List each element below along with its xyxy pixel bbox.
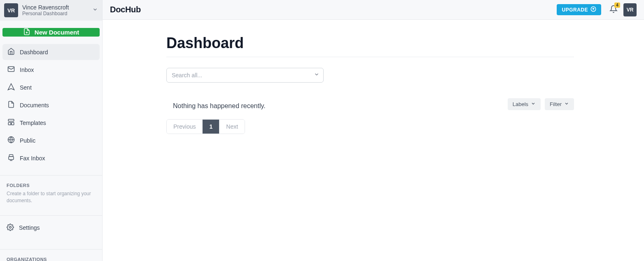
svg-point-11 bbox=[9, 226, 12, 229]
settings-section: Settings bbox=[0, 215, 102, 242]
sidebar-item-label: Inbox bbox=[20, 67, 34, 73]
svg-rect-9 bbox=[9, 157, 14, 160]
notifications-button[interactable]: 4 bbox=[609, 5, 618, 15]
chevron-down-icon bbox=[92, 7, 98, 14]
avatar: VR bbox=[4, 3, 18, 17]
sidebar-item-label: Public bbox=[20, 137, 35, 144]
sidebar-item-fax-inbox[interactable]: Fax Inbox bbox=[2, 150, 100, 166]
new-document-button[interactable]: New Document bbox=[2, 28, 100, 37]
upgrade-label: UPGRADE bbox=[562, 7, 588, 13]
pagination-next[interactable]: Next bbox=[219, 120, 245, 134]
bell-icon bbox=[609, 7, 618, 14]
user-switcher[interactable]: VR Vince Ravenscroft Personal Dashboard bbox=[0, 0, 102, 21]
templates-icon bbox=[7, 118, 15, 127]
sidebar-item-sent[interactable]: Sent bbox=[2, 79, 100, 95]
main-content: Dashboard Nothing has happened recently.… bbox=[103, 20, 644, 261]
svg-rect-4 bbox=[8, 122, 11, 125]
sidebar-item-label: Dashboard bbox=[20, 49, 48, 55]
pagination-page-1[interactable]: 1 bbox=[203, 120, 219, 134]
sidebar-item-label: Fax Inbox bbox=[20, 155, 45, 162]
file-icon bbox=[7, 101, 15, 109]
sidebar-item-label: Sent bbox=[20, 84, 32, 91]
sidebar-item-templates[interactable]: Templates bbox=[2, 115, 100, 131]
arrow-up-circle-icon bbox=[590, 6, 596, 13]
sidebar-item-inbox[interactable]: Inbox bbox=[2, 62, 100, 78]
primary-nav: Dashboard Inbox Sent Documents Templates… bbox=[0, 44, 102, 168]
filter-label: Filter bbox=[550, 101, 562, 107]
brand-logo[interactable]: DocHub bbox=[110, 5, 141, 14]
organizations-title: ORGANIZATIONS bbox=[7, 257, 96, 261]
new-document-label: New Document bbox=[35, 29, 79, 36]
gear-icon bbox=[7, 224, 14, 232]
svg-rect-5 bbox=[12, 122, 14, 125]
mail-icon bbox=[7, 65, 15, 74]
search-input[interactable] bbox=[166, 68, 324, 83]
pagination: Previous 1 Next bbox=[166, 119, 245, 134]
chevron-down-icon bbox=[531, 101, 536, 107]
sidebar-item-settings[interactable]: Settings bbox=[7, 220, 96, 236]
chevron-down-icon bbox=[564, 101, 569, 107]
sidebar: VR Vince Ravenscroft Personal Dashboard … bbox=[0, 0, 103, 261]
globe-icon bbox=[7, 136, 15, 145]
user-name: Vince Ravenscroft bbox=[22, 4, 92, 11]
fax-icon bbox=[7, 154, 15, 162]
file-plus-icon bbox=[23, 28, 30, 37]
sidebar-item-dashboard[interactable]: Dashboard bbox=[2, 44, 100, 60]
page-title: Dashboard bbox=[166, 35, 574, 57]
sidebar-item-label: Templates bbox=[20, 120, 46, 126]
labels-label: Labels bbox=[513, 101, 528, 107]
filter-dropdown[interactable]: Filter bbox=[545, 98, 574, 110]
search-wrap bbox=[166, 68, 324, 83]
svg-rect-3 bbox=[8, 119, 14, 121]
upgrade-button[interactable]: UPGRADE bbox=[557, 4, 601, 15]
sidebar-item-label: Documents bbox=[20, 102, 49, 109]
labels-dropdown[interactable]: Labels bbox=[508, 98, 541, 110]
sent-icon bbox=[7, 83, 15, 92]
folders-section: FOLDERS Create a folder to start organiz… bbox=[0, 175, 102, 208]
sidebar-item-public[interactable]: Public bbox=[2, 132, 100, 148]
sidebar-item-label: Settings bbox=[19, 224, 40, 231]
pagination-previous[interactable]: Previous bbox=[167, 120, 203, 134]
folders-title: FOLDERS bbox=[7, 183, 96, 188]
topbar: DocHub UPGRADE 4 VR bbox=[103, 0, 644, 20]
sidebar-item-documents[interactable]: Documents bbox=[2, 97, 100, 113]
notification-badge: 4 bbox=[614, 2, 620, 8]
home-icon bbox=[7, 48, 15, 56]
folders-hint: Create a folder to start organizing your… bbox=[7, 190, 96, 205]
organizations-section: ORGANIZATIONS New Organization bbox=[0, 249, 102, 261]
empty-state-message: Nothing has happened recently. bbox=[173, 99, 266, 110]
user-subtitle: Personal Dashboard bbox=[22, 11, 92, 16]
user-menu-avatar[interactable]: VR bbox=[623, 3, 637, 16]
